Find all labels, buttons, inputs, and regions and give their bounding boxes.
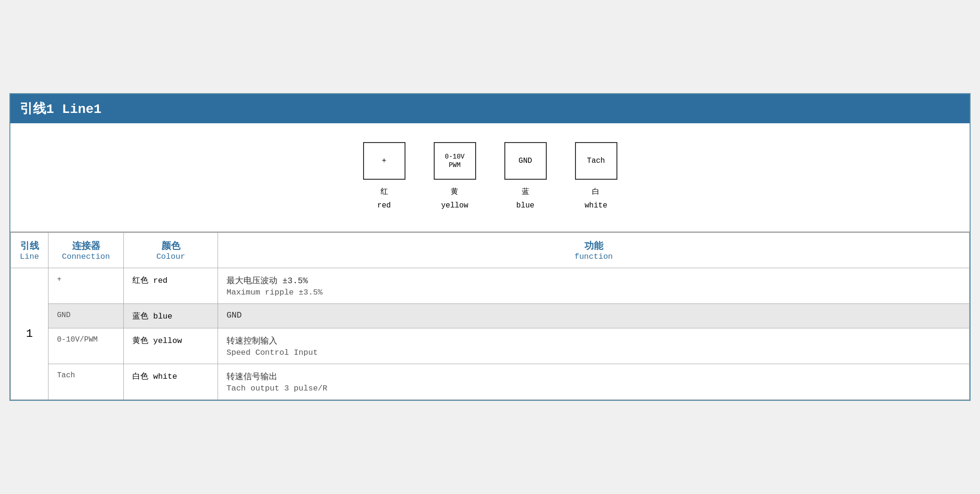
func-zh-gnd: GND bbox=[227, 311, 961, 320]
pin-pwm-zh: 黄 bbox=[441, 185, 469, 199]
table-header-row: 引线 Line 连接器 Connection 颜色 Colour 功能 func… bbox=[11, 232, 970, 268]
table-row: 1 + 红色 red 最大电压波动 ±3.5% Maximum ripple ±… bbox=[11, 268, 970, 303]
func-text-gnd: GND bbox=[227, 311, 961, 320]
th-conn: 连接器 Connection bbox=[49, 232, 124, 268]
th-line-en: Line bbox=[19, 252, 40, 261]
th-color-zh: 颜色 bbox=[132, 239, 209, 252]
conn-label-plus: + bbox=[57, 275, 62, 284]
main-container: 引线1 Line1 + 红 red 0-10VPWM 黄 yellow bbox=[9, 93, 971, 401]
pin-tach-label: 白 white bbox=[584, 185, 607, 213]
color-cell-white: 白色 white bbox=[124, 364, 218, 399]
func-text-pwm: 转速控制输入 Speed Control Input bbox=[227, 335, 961, 357]
conn-cell-tach: Tach bbox=[49, 364, 124, 399]
func-en-plus: Maximum ripple ±3.5% bbox=[227, 288, 961, 297]
func-cell-pwm: 转速控制输入 Speed Control Input bbox=[218, 328, 970, 364]
pin-plus-zh: 红 bbox=[377, 185, 391, 199]
conn-label-tach: Tach bbox=[57, 371, 75, 380]
pin-pwm-label: 黄 yellow bbox=[441, 185, 469, 213]
pin-tach-en: white bbox=[584, 199, 607, 213]
pin-plus: + 红 red bbox=[363, 142, 405, 213]
conn-cell-plus: + bbox=[49, 268, 124, 303]
func-zh-pwm: 转速控制输入 bbox=[227, 335, 961, 346]
th-func: 功能 function bbox=[218, 232, 970, 268]
data-table: 引线 Line 连接器 Connection 颜色 Colour 功能 func… bbox=[10, 232, 970, 400]
color-text-red: 红色 red bbox=[132, 276, 168, 285]
pin-gnd-label: 蓝 blue bbox=[516, 185, 534, 213]
func-text-tach: 转速信号输出 Tach output 3 pulse/R bbox=[227, 371, 961, 393]
section-title: 引线1 Line1 bbox=[20, 100, 960, 118]
func-zh-plus: 最大电压波动 ±3.5% bbox=[227, 275, 961, 286]
pin-pwm-en: yellow bbox=[441, 199, 469, 213]
th-color-en: Colour bbox=[132, 252, 209, 261]
pin-diagram: + 红 red 0-10VPWM 黄 yellow GND 蓝 blue bbox=[363, 142, 617, 213]
table-row: GND 蓝色 blue GND bbox=[11, 303, 970, 328]
line-number-cell: 1 bbox=[11, 268, 49, 399]
pin-plus-label: 红 red bbox=[377, 185, 391, 213]
func-en-tach: Tach output 3 pulse/R bbox=[227, 384, 961, 393]
th-func-zh: 功能 bbox=[227, 239, 961, 252]
func-text-plus: 最大电压波动 ±3.5% Maximum ripple ±3.5% bbox=[227, 275, 961, 297]
pin-plus-en: red bbox=[377, 199, 391, 213]
pin-pwm-box: 0-10VPWM bbox=[434, 142, 476, 180]
func-cell-tach: 转速信号输出 Tach output 3 pulse/R bbox=[218, 364, 970, 399]
color-text-blue: 蓝色 blue bbox=[132, 312, 172, 321]
pin-tach-box: Tach bbox=[575, 142, 617, 180]
pin-gnd-box: GND bbox=[504, 142, 547, 180]
color-text-white: 白色 white bbox=[132, 372, 177, 381]
table-row: Tach 白色 white 转速信号输出 Tach output 3 pulse… bbox=[11, 364, 970, 399]
pin-gnd: GND 蓝 blue bbox=[504, 142, 547, 213]
diagram-section: + 红 red 0-10VPWM 黄 yellow GND 蓝 blue bbox=[10, 123, 970, 232]
pin-gnd-zh: 蓝 bbox=[516, 185, 534, 199]
func-en-pwm: Speed Control Input bbox=[227, 348, 961, 357]
th-color: 颜色 Colour bbox=[124, 232, 218, 268]
color-text-yellow: 黄色 yellow bbox=[132, 336, 182, 345]
color-cell-blue: 蓝色 blue bbox=[124, 303, 218, 328]
color-cell-yellow: 黄色 yellow bbox=[124, 328, 218, 364]
th-line-zh: 引线 bbox=[19, 239, 40, 252]
pin-tach: Tach 白 white bbox=[575, 142, 617, 213]
section-header: 引线1 Line1 bbox=[10, 94, 970, 123]
func-zh-tach: 转速信号输出 bbox=[227, 371, 961, 382]
pin-pwm: 0-10VPWM 黄 yellow bbox=[434, 142, 476, 213]
func-cell-gnd: GND bbox=[218, 303, 970, 328]
th-func-en: function bbox=[227, 252, 961, 261]
func-cell-plus: 最大电压波动 ±3.5% Maximum ripple ±3.5% bbox=[218, 268, 970, 303]
conn-label-gnd: GND bbox=[57, 311, 71, 319]
th-conn-en: Connection bbox=[57, 252, 115, 261]
pin-plus-box: + bbox=[363, 142, 405, 180]
conn-label-pwm: 0-10V/PWM bbox=[57, 335, 97, 344]
th-line: 引线 Line bbox=[11, 232, 49, 268]
conn-cell-pwm: 0-10V/PWM bbox=[49, 328, 124, 364]
conn-cell-gnd: GND bbox=[49, 303, 124, 328]
table-row: 0-10V/PWM 黄色 yellow 转速控制输入 Speed Control… bbox=[11, 328, 970, 364]
pin-tach-zh: 白 bbox=[584, 185, 607, 199]
th-conn-zh: 连接器 bbox=[57, 239, 115, 252]
color-cell-red: 红色 red bbox=[124, 268, 218, 303]
pin-gnd-en: blue bbox=[516, 199, 534, 213]
